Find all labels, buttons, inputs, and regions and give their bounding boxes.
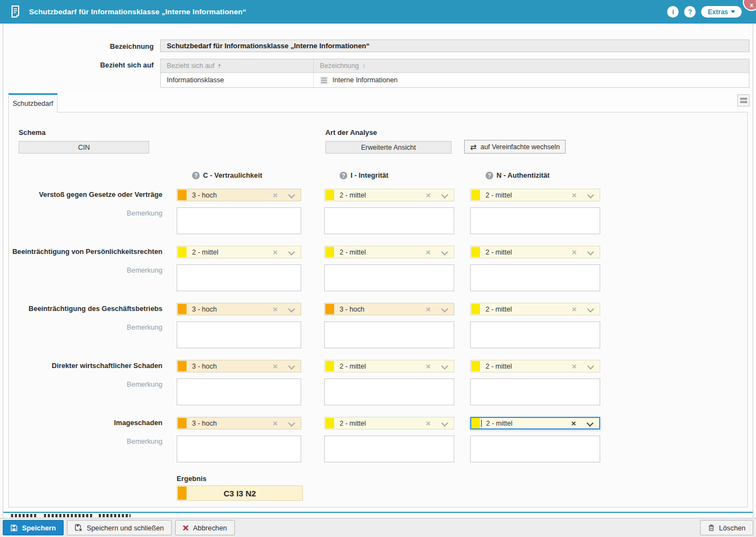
severity-color-marker (471, 247, 480, 257)
extras-menu-button[interactable]: Extras (701, 6, 742, 18)
clear-icon[interactable]: × (273, 248, 278, 256)
clear-icon[interactable]: × (426, 419, 431, 427)
save-and-close-button[interactable]: Speichern und schließen (67, 520, 172, 535)
matrix-cell: 3 - hoch× (177, 189, 301, 201)
clear-icon[interactable]: × (426, 248, 431, 256)
clear-icon[interactable]: × (572, 191, 577, 199)
severity-value: 2 - mittel (486, 191, 512, 199)
matrix-value-row: Direkter wirtschaftlicher Schaden3 - hoc… (9, 360, 747, 372)
bemerkung-textarea-n[interactable] (470, 264, 600, 291)
table-row[interactable]: Informationsklasse Interne Informationen (161, 73, 749, 87)
info-button[interactable]: i (667, 6, 679, 18)
clear-icon[interactable]: × (426, 305, 431, 313)
matrix-cell (470, 264, 600, 293)
clear-icon[interactable]: × (572, 305, 577, 313)
clear-icon[interactable]: × (426, 362, 431, 370)
bemerkung-textarea-i[interactable] (324, 321, 454, 348)
severity-select-i[interactable]: 2 - mittel× (324, 360, 454, 372)
spacer (9, 172, 177, 179)
switch-view-button[interactable]: ⇄ auf Vereinfachte wechseln (464, 140, 566, 154)
matrix-cell (177, 436, 301, 465)
save-button[interactable]: Speichern (3, 520, 64, 535)
clear-icon[interactable]: × (273, 191, 278, 199)
chevron-down-icon[interactable] (289, 250, 294, 255)
chevron-down-icon[interactable] (588, 250, 593, 255)
chevron-down-icon[interactable] (588, 364, 593, 369)
column-header-label: N - Authentizität (497, 172, 550, 179)
clear-icon[interactable]: × (571, 419, 576, 427)
severity-select-c[interactable]: 2 - mittel× (177, 246, 301, 258)
severity-select-c[interactable]: 3 - hoch× (177, 360, 301, 372)
severity-select-n[interactable]: 2 - mittel× (470, 303, 600, 315)
bemerkung-textarea-i[interactable] (324, 378, 454, 405)
matrix-cell (177, 264, 301, 293)
help-button[interactable]: ? (684, 6, 696, 18)
clear-icon[interactable]: × (273, 419, 278, 427)
matrix-cell (324, 207, 454, 236)
severity-select-i[interactable]: 2 - mittel× (324, 246, 454, 258)
chevron-down-icon[interactable] (289, 193, 294, 198)
cancel-button[interactable]: Abbrechen (175, 520, 235, 535)
severity-value: 2 - mittel (486, 306, 512, 313)
severity-select-c[interactable]: 3 - hoch× (177, 189, 301, 201)
chevron-down-icon[interactable] (289, 364, 294, 369)
severity-select-c[interactable]: 3 - hoch× (177, 303, 301, 315)
column-header-relation[interactable]: Bezieht sich auf ▲▼ (161, 59, 313, 72)
chevron-down-icon[interactable] (442, 364, 447, 369)
chevron-down-icon[interactable] (588, 193, 593, 198)
severity-select-i[interactable]: 2 - mittel× (324, 189, 454, 201)
sort-icon[interactable]: ▲▼ (362, 63, 365, 69)
chevron-down-icon[interactable] (587, 421, 593, 426)
severity-select-n[interactable]: 2 - mittel× (470, 189, 600, 201)
severity-value: 3 - hoch (192, 420, 217, 427)
bemerkung-textarea-c[interactable] (177, 378, 301, 405)
bemerkung-textarea-i[interactable] (324, 207, 454, 234)
bezeichnung-field[interactable] (160, 39, 749, 52)
chevron-down-icon[interactable] (442, 307, 447, 312)
help-icon[interactable]: ? (192, 172, 200, 179)
chevron-down-icon[interactable] (442, 193, 447, 198)
delete-button[interactable]: Löschen (700, 520, 753, 535)
bemerkung-textarea-n[interactable] (470, 378, 600, 405)
close-button[interactable]: x (743, 0, 756, 11)
chevron-down-icon[interactable] (442, 250, 447, 255)
clear-icon[interactable]: × (572, 248, 577, 256)
bemerkung-textarea-c[interactable] (177, 436, 301, 462)
bemerkung-textarea-c[interactable] (177, 264, 301, 291)
bemerkung-label: Bemerkung (9, 321, 162, 351)
extras-label: Extras (708, 8, 728, 16)
chevron-down-icon[interactable] (289, 421, 294, 426)
severity-select-i[interactable]: 2 - mittel× (324, 417, 454, 429)
clear-icon[interactable]: × (273, 362, 278, 370)
matrix-cell: 2 - mittel× (470, 246, 600, 258)
bemerkung-textarea-i[interactable] (324, 264, 454, 291)
bezeichnung-label: Bezeichnung (3, 42, 154, 50)
clear-icon[interactable]: × (273, 305, 278, 313)
list-view-button[interactable] (737, 94, 749, 106)
chevron-down-icon[interactable] (588, 307, 593, 312)
chevron-down-icon[interactable] (289, 307, 294, 312)
help-icon[interactable]: ? (486, 172, 493, 179)
relation-name-cell: Interne Informationen (313, 73, 749, 87)
bemerkung-textarea-n[interactable] (470, 321, 600, 348)
tab-schutzbedarf[interactable]: Schutzbedarf (8, 93, 58, 112)
art-der-analyse-label: Art der Analyse (325, 128, 452, 137)
severity-select-c[interactable]: 3 - hoch× (177, 417, 301, 429)
chevron-down-icon[interactable] (442, 421, 447, 426)
bemerkung-textarea-c[interactable] (177, 321, 301, 348)
clear-icon[interactable]: × (572, 362, 577, 370)
severity-select-n[interactable]: 2 - mittel× (470, 360, 600, 372)
severity-select-i[interactable]: 3 - hoch× (324, 303, 454, 315)
severity-select-n[interactable]: 2 - mittel× (470, 417, 600, 429)
schutzbedarf-panel: Schema CIN Art der Analyse Erweiterte An… (8, 112, 748, 507)
floppy-close-icon (75, 524, 82, 532)
severity-select-n[interactable]: 2 - mittel× (470, 246, 600, 258)
column-header-name[interactable]: Bezeichnung ▲▼ (313, 59, 749, 72)
clear-icon[interactable]: × (426, 191, 431, 199)
help-icon[interactable]: ? (340, 172, 347, 179)
bemerkung-textarea-i[interactable] (324, 436, 454, 462)
bemerkung-textarea-n[interactable] (470, 207, 600, 234)
bemerkung-textarea-c[interactable] (177, 207, 301, 234)
bemerkung-textarea-n[interactable] (470, 436, 600, 462)
sort-icon[interactable]: ▲▼ (218, 63, 221, 69)
